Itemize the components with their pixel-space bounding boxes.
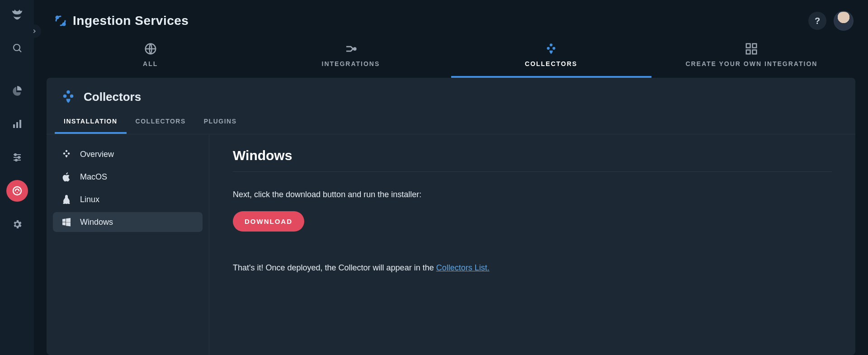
svg-point-12 (550, 43, 552, 46)
tab-collectors[interactable]: COLLECTORS (451, 33, 651, 78)
svg-point-6 (15, 159, 17, 161)
svg-point-22 (66, 150, 67, 152)
left-rail (0, 0, 34, 355)
svg-point-21 (70, 95, 74, 98)
svg-rect-1 (13, 124, 15, 128)
top-nav: ALL INTEGRATIONS COLLECTORS CREATE YOUR … (34, 33, 868, 78)
svg-point-0 (14, 44, 20, 51)
tab-create-label: CREATE YOUR OWN INTEGRATION (685, 60, 817, 67)
tab-all[interactable]: ALL (50, 33, 250, 78)
gear-icon[interactable] (6, 213, 28, 235)
side-overview-label: Overview (80, 150, 114, 159)
download-button[interactable]: DOWNLOAD (233, 211, 304, 232)
os-side-list: Overview MacOS Linux Windows (47, 134, 209, 355)
svg-rect-17 (746, 50, 750, 54)
post-install-prefix: That's it! Once deployed, the Collector … (233, 263, 436, 272)
side-item-macos[interactable]: MacOS (53, 167, 203, 187)
svg-point-14 (552, 47, 555, 50)
apple-icon (61, 171, 72, 182)
card-title: Collectors (84, 90, 141, 104)
tab-integrations[interactable]: INTEGRATIONS (250, 33, 451, 78)
windows-icon (61, 217, 72, 227)
page-title: Ingestion Services (73, 14, 808, 28)
side-macos-label: MacOS (80, 172, 107, 182)
sliders-icon[interactable] (6, 147, 28, 168)
collectors-card: Collectors INSTALLATION COLLECTORS PLUGI… (47, 78, 855, 355)
svg-point-24 (68, 152, 70, 154)
svg-point-8 (56, 16, 58, 19)
install-content: Windows Next, click the download button … (209, 134, 855, 355)
svg-point-5 (18, 156, 20, 158)
ingestion-nav-icon[interactable] (6, 180, 28, 202)
side-item-overview[interactable]: Overview (53, 144, 203, 164)
subtab-installation[interactable]: INSTALLATION (55, 111, 127, 134)
svg-point-19 (66, 90, 70, 94)
side-item-linux[interactable]: Linux (53, 189, 203, 209)
logo-icon[interactable] (6, 4, 28, 25)
post-install-text: That's it! Once deployed, the Collector … (233, 263, 832, 273)
content-heading: Windows (233, 148, 832, 172)
svg-point-13 (547, 47, 550, 50)
svg-point-7 (13, 187, 21, 195)
collectors-list-link[interactable]: Collectors List. (436, 263, 490, 272)
side-windows-label: Windows (80, 218, 113, 227)
sub-tabs: INSTALLATION COLLECTORS PLUGINS (47, 111, 855, 134)
svg-rect-15 (746, 44, 750, 48)
user-avatar[interactable] (834, 11, 854, 31)
svg-rect-18 (753, 50, 757, 54)
svg-point-4 (14, 154, 16, 156)
tab-collectors-label: COLLECTORS (525, 60, 577, 67)
svg-rect-3 (19, 120, 21, 128)
tab-all-label: ALL (143, 60, 158, 67)
expand-rail-icon[interactable] (28, 24, 41, 38)
search-icon[interactable] (6, 37, 28, 59)
main-area: Ingestion Services ? ALL INTEGRATIONS CO… (34, 0, 868, 355)
ingestion-icon (54, 14, 67, 28)
svg-point-11 (354, 48, 356, 50)
help-button[interactable]: ? (808, 12, 826, 30)
svg-point-23 (63, 152, 65, 154)
subtab-plugins[interactable]: PLUGINS (195, 111, 246, 134)
svg-point-20 (63, 95, 67, 98)
subtab-collectors[interactable]: COLLECTORS (127, 111, 195, 134)
bar-chart-icon[interactable] (6, 113, 28, 135)
page-header: Ingestion Services ? (34, 0, 868, 33)
side-linux-label: Linux (80, 195, 99, 204)
svg-rect-2 (16, 122, 18, 128)
pie-chart-icon[interactable] (6, 80, 28, 101)
side-item-windows[interactable]: Windows (53, 212, 203, 232)
collectors-icon (60, 89, 76, 105)
svg-point-9 (63, 23, 65, 25)
install-instruction: Next, click the download button and run … (233, 190, 832, 199)
linux-icon (61, 194, 72, 205)
svg-rect-16 (753, 44, 757, 48)
tab-integrations-label: INTEGRATIONS (322, 60, 380, 67)
tab-create-integration[interactable]: CREATE YOUR OWN INTEGRATION (651, 33, 852, 78)
